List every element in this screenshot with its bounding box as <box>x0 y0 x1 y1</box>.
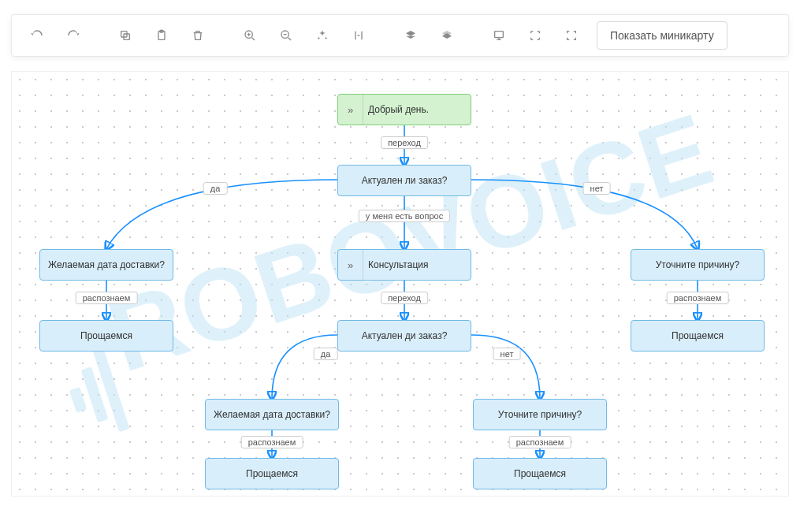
node-label: Желаемая дата доставки? <box>48 259 165 270</box>
edge-label-recognize-4: распознаем <box>509 436 571 448</box>
edge-label-yes-1: да <box>203 182 228 195</box>
node-q-actual[interactable]: Актуален ли заказ? <box>337 165 471 196</box>
redo-button[interactable] <box>58 20 89 51</box>
toolbar: Показать миникарту <box>11 14 789 57</box>
edges-layer <box>12 72 788 496</box>
node-label: Добрый день. <box>368 104 429 115</box>
edge-label-recognize-2: распознаем <box>667 292 729 304</box>
svg-rect-9 <box>81 366 109 422</box>
watermark: ROBOVOICE <box>12 72 788 497</box>
zoom-in-button[interactable] <box>234 20 266 51</box>
node-q-date-center[interactable]: Желаемая дата доставки? <box>205 399 339 430</box>
edge-label-transition-2: переход <box>381 292 428 304</box>
node-label: Консультация <box>368 259 428 270</box>
spacing-button[interactable] <box>343 20 374 51</box>
node-label: Актуален ли заказ? <box>362 175 448 186</box>
svg-rect-6 <box>495 32 504 38</box>
chevron-double-icon: » <box>338 95 363 125</box>
delete-button[interactable] <box>182 20 214 51</box>
edge-label-recognize-1: распознаем <box>76 292 138 304</box>
node-bye-center-right[interactable]: Прощаемся <box>473 458 607 489</box>
node-q-date-left[interactable]: Желаемая дата доставки? <box>39 249 173 281</box>
node-label: Актуален ди заказ? <box>362 330 448 341</box>
fit-width-button[interactable] <box>519 20 551 51</box>
node-bye-left[interactable]: Прощаемся <box>39 320 173 352</box>
copy-button[interactable] <box>110 20 141 51</box>
node-label: Желаемая дата доставки? <box>214 409 330 420</box>
node-start[interactable]: » Добрый день. <box>337 94 471 125</box>
edge-label-recognize-3: распознаем <box>241 436 303 448</box>
edge-label-transition-1: переход <box>381 136 428 149</box>
node-q-actual2[interactable]: Актуален ди заказ? <box>337 320 471 352</box>
edge-label-yes-2: да <box>314 348 338 360</box>
node-label: Прощаемся <box>246 468 298 479</box>
node-bye-right[interactable]: Прощаемся <box>631 320 765 352</box>
edge-label-no-2: нет <box>493 348 521 360</box>
node-label: Прощаемся <box>672 330 724 341</box>
node-q-reason-right[interactable]: Уточните причину? <box>631 249 765 281</box>
svg-rect-10 <box>92 347 129 433</box>
flowchart-canvas[interactable]: ROBOVOICE <box>11 71 789 497</box>
zoom-out-button[interactable] <box>270 20 302 51</box>
node-q-reason-center[interactable]: Уточните причину? <box>473 399 607 430</box>
minimap-label: Показать миникарту <box>610 29 714 42</box>
node-consult[interactable]: » Консультация <box>337 249 471 281</box>
layers-alt-button[interactable] <box>431 20 463 51</box>
auto-layout-button[interactable] <box>307 20 338 51</box>
node-label: Уточните причину? <box>656 259 739 270</box>
layers-button[interactable] <box>395 20 426 51</box>
node-label: Прощаемся <box>514 468 566 479</box>
undo-button[interactable] <box>21 20 53 51</box>
edge-label-no-1: нет <box>583 182 611 195</box>
show-minimap-button[interactable]: Показать миникарту <box>597 21 727 50</box>
chevron-double-icon: » <box>338 250 363 280</box>
svg-rect-8 <box>69 387 87 413</box>
export-button[interactable] <box>483 20 515 51</box>
node-label: Уточните причину? <box>498 409 582 420</box>
paste-button[interactable] <box>146 20 177 51</box>
fit-screen-button[interactable] <box>556 20 587 51</box>
node-bye-center-left[interactable]: Прощаемся <box>205 458 339 489</box>
edge-label-have-q: у меня есть вопрос <box>359 210 450 222</box>
node-label: Прощаемся <box>80 330 132 341</box>
